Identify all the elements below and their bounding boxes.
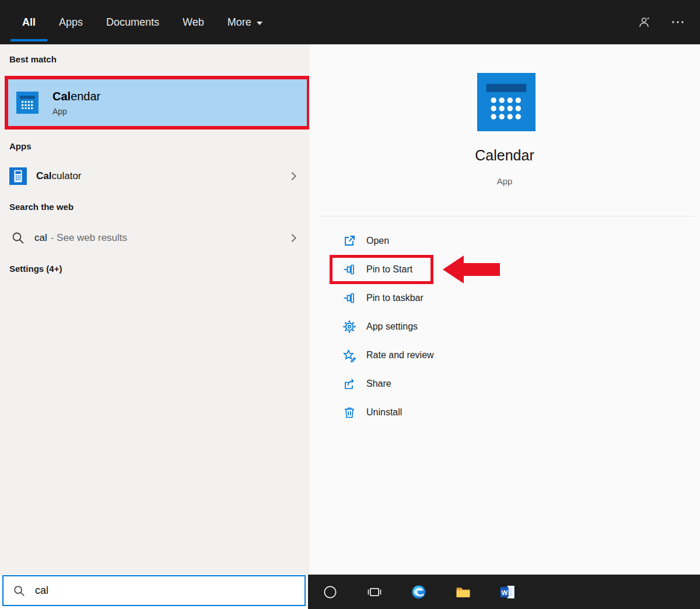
tab-web[interactable]: Web xyxy=(171,0,216,44)
calculator-label: Calculator xyxy=(36,170,82,182)
best-match-title: Calendar xyxy=(52,90,100,103)
word-icon[interactable]: W xyxy=(499,584,516,600)
trash-icon xyxy=(342,405,356,419)
result-preview-panel: Calendar App Open Pin to Start xyxy=(309,44,700,575)
tab-more[interactable]: More xyxy=(216,0,274,44)
windows-search-flyout: All Apps Documents Web More Best match xyxy=(0,0,700,609)
context-actions: Open Pin to Start Pin to taskbar xyxy=(309,226,700,426)
result-web-search[interactable]: cal - See web results xyxy=(0,226,309,250)
rate-and-review-icon xyxy=(342,348,356,362)
file-explorer-icon[interactable] xyxy=(455,584,471,600)
tab-documents[interactable]: Documents xyxy=(94,0,171,44)
preview-app-type: App xyxy=(309,176,700,186)
pin-icon xyxy=(342,291,356,305)
tab-all[interactable]: All xyxy=(10,0,47,44)
search-icon xyxy=(13,584,26,597)
chevron-right-icon[interactable] xyxy=(287,170,300,183)
settings-section-heading: Settings (4+) xyxy=(9,264,62,274)
search-input[interactable] xyxy=(35,584,295,597)
action-pin-to-taskbar[interactable]: Pin to taskbar xyxy=(309,284,700,312)
best-match-text: Calendar App xyxy=(52,90,100,116)
divider xyxy=(318,216,694,216)
edge-icon[interactable] xyxy=(411,584,427,600)
ellipsis-icon[interactable] xyxy=(671,15,685,29)
task-view-icon[interactable] xyxy=(366,584,383,600)
web-suffix-label: - See web results xyxy=(51,232,127,244)
action-uninstall[interactable]: Uninstall xyxy=(309,398,700,426)
chevron-right-icon[interactable] xyxy=(287,232,300,244)
svg-text:W: W xyxy=(501,589,508,596)
web-query-label: cal xyxy=(34,232,47,244)
best-match-heading: Best match xyxy=(9,54,57,64)
action-app-settings[interactable]: App settings xyxy=(309,312,700,341)
filter-tabs: All Apps Documents Web More xyxy=(10,0,274,44)
gear-icon xyxy=(342,320,356,334)
action-rate-and-review[interactable]: Rate and review xyxy=(309,341,700,369)
cortana-icon[interactable] xyxy=(322,584,338,600)
calculator-app-icon xyxy=(9,167,27,185)
search-results-panel: Best match Calendar App Apps xyxy=(0,44,309,575)
preview-app-name: Calendar xyxy=(309,147,700,164)
apps-section-heading: Apps xyxy=(9,141,32,151)
feedback-person-icon[interactable] xyxy=(637,15,651,29)
pin-icon xyxy=(342,262,356,276)
taskbar-search-box[interactable] xyxy=(2,575,306,606)
action-pin-to-start[interactable]: Pin to Start xyxy=(309,255,700,284)
search-filter-bar: All Apps Documents Web More xyxy=(0,0,700,44)
chevron-down-icon xyxy=(257,22,262,25)
action-share[interactable]: Share xyxy=(309,369,700,398)
open-icon xyxy=(342,234,356,248)
best-match-result[interactable]: Calendar App xyxy=(5,76,310,130)
best-match-type: App xyxy=(52,107,100,116)
share-icon xyxy=(342,377,356,391)
calendar-app-icon xyxy=(16,92,38,114)
web-section-heading: Search the web xyxy=(9,202,74,212)
result-calculator[interactable]: Calculator xyxy=(0,164,309,188)
action-open[interactable]: Open xyxy=(309,226,700,255)
taskbar: W xyxy=(308,575,700,609)
tab-apps[interactable]: Apps xyxy=(47,0,94,44)
calendar-app-icon xyxy=(477,73,536,131)
search-icon xyxy=(11,231,25,245)
topbar-actions xyxy=(637,0,685,44)
